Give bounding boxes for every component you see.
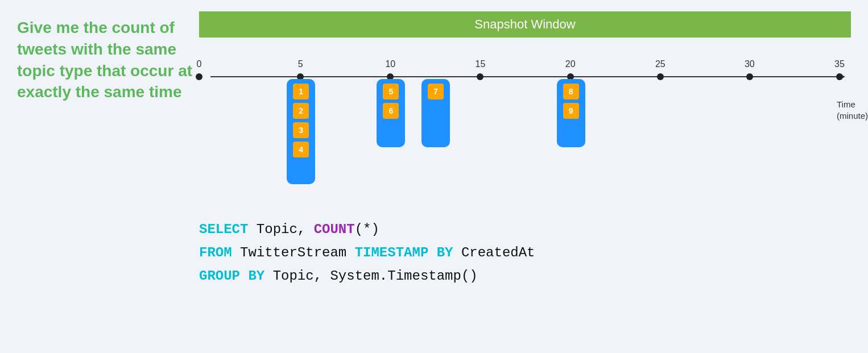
- badge-6: 6: [383, 103, 399, 119]
- keyword-timestamp: TIMESTAMP: [355, 245, 429, 260]
- badge-2: 2: [293, 103, 309, 119]
- timeline-area: 0 5 10 15 20: [199, 42, 851, 201]
- badge-9: 9: [563, 103, 579, 119]
- tick-dot-15: [477, 73, 483, 80]
- tick-dot-35: [836, 73, 843, 80]
- sql-section: SELECT Topic, COUNT(*) FROM TwitterStrea…: [199, 213, 851, 293]
- keyword-select: SELECT: [199, 222, 248, 237]
- tweet-bar-5: 1 2 3 4: [287, 79, 315, 184]
- tweet-bar-20: 8 9: [557, 79, 585, 147]
- tick-label-0: 0: [197, 59, 202, 69]
- time-axis-label: Time(minute): [837, 99, 868, 121]
- sql-line-1: SELECT Topic, COUNT(*): [199, 218, 851, 242]
- keyword-group: GROUP: [199, 268, 240, 284]
- badge-8: 8: [563, 84, 579, 99]
- tick-label-5: 5: [298, 59, 303, 69]
- sql-stream: TwitterStream: [232, 245, 355, 260]
- sql-groupby-rest: Topic, System.Timestamp(): [264, 268, 477, 284]
- sql-count-rest: (*): [355, 222, 379, 237]
- tick-label-20: 20: [565, 59, 576, 69]
- snapshot-window-header: Snapshot Window: [199, 11, 851, 38]
- sql-topic: Topic,: [248, 222, 313, 237]
- tick-label-15: 15: [476, 59, 486, 69]
- badge-7: 7: [428, 84, 444, 99]
- keyword-from: FROM: [199, 245, 232, 260]
- left-panel: Give me the count of tweets with the sam…: [17, 11, 193, 342]
- tweet-bar-10: 5 6: [377, 79, 405, 147]
- badge-5: 5: [383, 84, 399, 99]
- keyword-count: COUNT: [314, 222, 355, 237]
- tick-label-30: 30: [745, 59, 755, 69]
- tick-label-35: 35: [834, 59, 845, 69]
- sql-line-3: GROUP BY Topic, System.Timestamp(): [199, 265, 851, 288]
- badge-3: 3: [293, 122, 309, 138]
- badge-4: 4: [293, 142, 309, 157]
- badge-1: 1: [293, 84, 309, 99]
- tweet-bar-12: 7: [421, 79, 450, 147]
- timeline-axis: [210, 76, 840, 77]
- description-text: Give me the count of tweets with the sam…: [17, 17, 193, 103]
- right-panel: Snapshot Window 0 5 10 15: [193, 11, 851, 342]
- sql-line-2: FROM TwitterStream TIMESTAMP BY CreatedA…: [199, 242, 851, 265]
- keyword-by-1: BY: [428, 245, 453, 260]
- tick-label-10: 10: [385, 59, 395, 69]
- tick-dot-0: [196, 73, 202, 80]
- tick-dot-25: [657, 73, 664, 80]
- tick-dot-30: [746, 73, 753, 80]
- tick-label-25: 25: [655, 59, 666, 69]
- keyword-by-2: BY: [240, 268, 264, 284]
- sql-createdat: CreatedAt: [453, 245, 535, 260]
